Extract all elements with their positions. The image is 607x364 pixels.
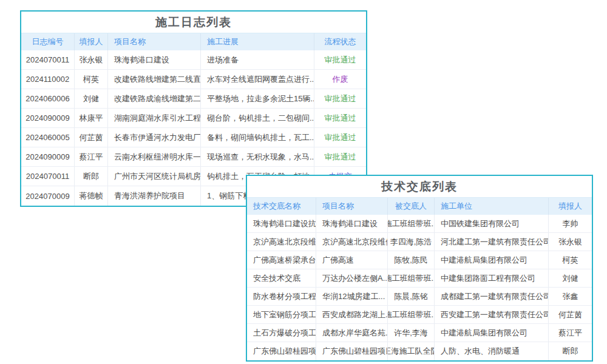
link-cell[interactable]: 张鑫 [549, 288, 592, 305]
column-header-1: 填报人 [75, 33, 108, 50]
link-cell[interactable]: 李帅 [549, 215, 592, 232]
text-cell: 成都建工第一建筑有限责任公司 [435, 288, 549, 305]
link-cell[interactable]: 2024060006 [21, 89, 75, 108]
table-row: 2024090009林康平湖南洞庭湖水库引水工程...砌台阶，钩机排土，二包砌间… [21, 109, 366, 128]
column-header-0: 技术交底名称 [247, 198, 316, 215]
text-cell: 平整场地，拉走多余泥土15辆... [201, 89, 314, 108]
text-cell: 中建集团路面工程有限公司 [435, 269, 549, 287]
link-cell[interactable]: 珠海鹤港口建设 [108, 50, 201, 69]
text-cell: 中建港航局集团有限公司 [435, 324, 549, 342]
link-cell[interactable]: 2024060005 [21, 128, 75, 147]
table-row: 防水卷材分项工程施...华润12城房建工...陈晨,陈铭成都建工第一建筑有限责任… [247, 288, 592, 306]
link-cell[interactable]: 青海洪湖养护院项目 [108, 186, 201, 206]
column-header-2: 被交底人 [388, 198, 435, 215]
link-cell[interactable]: 2024110002 [21, 70, 75, 89]
link-cell[interactable]: 2024070011 [21, 167, 75, 186]
link-cell[interactable]: 2024070009 [21, 186, 75, 206]
table-row: 安全技术交底万达办公楼左侧A...施工班组带班...中建集团路面工程有限公司刘健 [247, 269, 592, 288]
table-row: 2024070011张永银珠海鹤港口建设进场准备审批通过 [21, 50, 366, 70]
text-cell: 李四海,陈浩 [388, 233, 435, 251]
link-cell[interactable]: 云南水利枢纽潜明水库一... [108, 147, 201, 166]
table-row: 2024090009蔡江平云南水利枢纽潜明水库一...现场巡查，无积水现象，水马… [21, 147, 366, 167]
table-row: 广佛高速桥梁承台施...广佛高速陈牧,陈民中建港航局集团有限公司柯英 [247, 251, 592, 269]
link-cell[interactable]: 广佛高速 [316, 251, 388, 269]
link-cell[interactable]: 京沪高速北京段维修... [247, 233, 316, 251]
link-cell[interactable]: 2024090009 [21, 109, 75, 127]
text-cell: 进场准备 [201, 50, 314, 69]
link-cell[interactable]: 刘健 [549, 269, 592, 287]
link-cell[interactable]: 防水卷材分项工程施... [247, 288, 316, 305]
link-cell[interactable]: 万达办公楼左侧A... [316, 269, 388, 287]
construction-log-title: 施工日志列表 [21, 12, 366, 33]
link-cell[interactable]: 刘健 [75, 89, 108, 108]
link-cell[interactable]: 广东佛山碧桂园项目 [316, 342, 388, 360]
column-header-4: 流程状态 [314, 33, 366, 50]
link-cell[interactable]: 广佛高速桥梁承台施... [247, 251, 316, 269]
text-cell: 施工班组带班... [388, 306, 435, 323]
link-cell[interactable]: 珠海鹤港口建设抗浮... [247, 215, 316, 232]
link-cell[interactable]: 改建铁路线增建第二线直... [108, 70, 201, 89]
table-row: 2024060005何芷茵长春市伊通河水力发电厂...备料，砌间墙钩机排土，瓦工… [21, 128, 366, 147]
text-cell: 王海施工队全队 [388, 342, 435, 360]
link-cell[interactable]: 广东佛山碧桂园项目... [247, 342, 316, 360]
tech-disclosure-title: 技术交底列表 [247, 176, 592, 198]
link-cell[interactable]: 蔡江平 [75, 147, 108, 166]
table-row: 京沪高速北京段维修...京沪高速北京段维修李四海,陈浩河北建工第一建筑有限责任公… [247, 233, 592, 251]
status-cell: 审批通过 [314, 50, 366, 69]
link-cell[interactable]: 张永银 [75, 50, 108, 69]
table-row: 土石方爆破分项工程...成都水岸华庭名苑...许华,李海中建港航局集团有限公司蔡… [247, 324, 592, 342]
link-cell[interactable]: 张永银 [549, 233, 592, 251]
link-cell[interactable]: 西安成都路龙湖上... [316, 306, 388, 323]
link-cell[interactable]: 珠海鹤港口建设 [316, 215, 388, 232]
text-cell: 中建港航局集团有限公司 [435, 251, 549, 269]
link-cell[interactable]: 蔡江平 [549, 324, 592, 342]
link-cell[interactable]: 华润12城房建工... [316, 288, 388, 305]
link-cell[interactable]: 成都水岸华庭名苑... [316, 324, 388, 342]
link-cell[interactable]: 断郎 [75, 167, 108, 186]
text-cell: 砌台阶，钩机排土，二包砌间... [201, 109, 314, 127]
text-cell: 施工班组带班... [388, 215, 435, 232]
status-cell: 作废 [314, 70, 366, 89]
column-header-3: 施工单位 [435, 198, 549, 215]
link-cell[interactable]: 改建铁路成渝线增建第二... [108, 89, 201, 108]
text-cell: 现场巡查，无积水现象，水马... [201, 147, 314, 166]
link-cell[interactable]: 2024090009 [21, 147, 75, 166]
text-cell: 陈牧,陈民 [388, 251, 435, 269]
link-cell[interactable]: 地下室钢筋分项工程... [247, 306, 316, 323]
tech-disclosure-table-card: 技术交底列表 技术交底名称项目名称被交底人施工单位填报人 珠海鹤港口建设抗浮..… [246, 175, 593, 362]
text-cell: 许华,李海 [388, 324, 435, 342]
tech-disclosure-body: 珠海鹤港口建设抗浮...珠海鹤港口建设施工班组带班...中国铁建集团有限公司李帅… [247, 215, 592, 360]
tech-disclosure-header-row: 技术交底名称项目名称被交底人施工单位填报人 [247, 198, 592, 215]
page-canvas: 施工日志列表 日志编号填报人项目名称施工进展流程状态 2024070011张永银… [0, 0, 607, 364]
text-cell: 陈晨,陈铭 [388, 288, 435, 305]
table-row: 2024110002柯英改建铁路线增建第二线直...水车对全线遮阳网覆盖点进行.… [21, 70, 366, 89]
link-cell[interactable]: 蒋德帧 [75, 186, 108, 206]
table-row: 广东佛山碧桂园项目...广东佛山碧桂园项目王海施工队全队人防、水电、消防暖通断郎 [247, 342, 592, 360]
column-header-1: 项目名称 [316, 198, 388, 215]
link-cell[interactable]: 柯英 [549, 251, 592, 269]
text-cell: 人防、水电、消防暖通 [435, 342, 549, 360]
link-cell[interactable]: 京沪高速北京段维修 [316, 233, 388, 251]
column-header-2: 项目名称 [108, 33, 201, 50]
status-cell: 审批通过 [314, 147, 366, 166]
link-cell[interactable]: 湖南洞庭湖水库引水工程... [108, 109, 201, 127]
construction-log-header-row: 日志编号填报人项目名称施工进展流程状态 [21, 33, 366, 50]
text-cell: 备料，砌间墙钩机排土，瓦工... [201, 128, 314, 147]
link-cell[interactable]: 林康平 [75, 109, 108, 127]
table-row: 珠海鹤港口建设抗浮...珠海鹤港口建设施工班组带班...中国铁建集团有限公司李帅 [247, 215, 592, 233]
link-cell[interactable]: 长春市伊通河水力发电厂... [108, 128, 201, 147]
column-header-4: 填报人 [549, 198, 592, 215]
link-cell[interactable]: 土石方爆破分项工程... [247, 324, 316, 342]
link-cell[interactable]: 柯英 [75, 70, 108, 89]
table-row: 地下室钢筋分项工程...西安成都路龙湖上...施工班组带班...西安建工第一建筑… [247, 306, 592, 324]
table-row: 2024060006刘健改建铁路成渝线增建第二...平整场地，拉走多余泥土15辆… [21, 89, 366, 109]
link-cell[interactable]: 断郎 [549, 342, 592, 360]
text-cell: 河北建工第一建筑有限责任公司 [435, 233, 549, 251]
text-cell: 施工班组带班... [388, 269, 435, 287]
link-cell[interactable]: 广州市天河区统计局机房... [108, 167, 201, 186]
link-cell[interactable]: 安全技术交底 [247, 269, 316, 287]
link-cell[interactable]: 2024070011 [21, 50, 75, 69]
text-cell: 中国铁建集团有限公司 [435, 215, 549, 232]
link-cell[interactable]: 何芷茵 [75, 128, 108, 147]
link-cell[interactable]: 何芷茵 [549, 306, 592, 323]
